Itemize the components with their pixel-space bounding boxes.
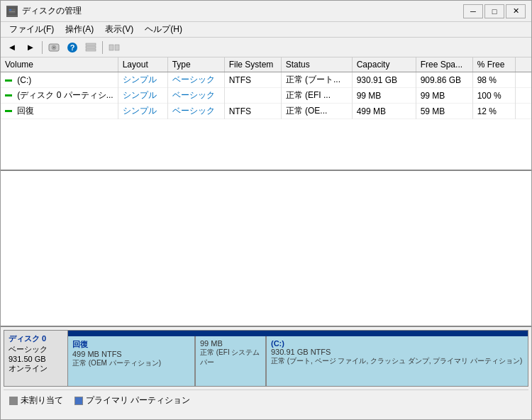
col-freespace[interactable]: Free Spa... <box>416 57 472 72</box>
svg-rect-10 <box>86 49 96 51</box>
svg-rect-12 <box>115 45 119 50</box>
window: ディスクの管理 ─ □ ✕ ファイル(F) 操作(A) 表示(V) ヘルプ(H)… <box>0 0 532 420</box>
cell-layout-1: シンプル <box>118 88 167 104</box>
cell-fs-2: NTFS <box>224 104 281 119</box>
disk-partitions: 回復 499 MB NTFS 正常 (OEM パーティション) 99 MB 正常… <box>68 331 528 386</box>
disk-table: Volume Layout Type File System Status Ca… <box>1 57 531 119</box>
cell-type-1: ベーシック <box>167 88 224 104</box>
legend-area: 未割り当て プライマリ パーティション <box>4 389 528 411</box>
disk-label-0: ディスク 0 ベーシック 931.50 GB オンライン <box>4 331 68 386</box>
close-button[interactable]: ✕ <box>506 4 526 18</box>
cell-capacity-1: 99 MB <box>352 88 416 104</box>
cell-status-2: 正常 (OE... <box>281 104 352 119</box>
cell-pct-0: 98 % <box>472 72 515 88</box>
svg-text:?: ? <box>70 43 75 52</box>
cell-layout-2: シンプル <box>118 104 167 119</box>
legend-primary: プライマリ パーティション <box>74 394 190 407</box>
col-capacity[interactable]: Capacity <box>352 57 416 72</box>
cell-type-2: ベーシック <box>167 104 224 119</box>
disk-map-area: ディスク 0 ベーシック 931.50 GB オンライン 回復 499 MB N… <box>1 327 531 419</box>
svg-point-5 <box>53 47 55 48</box>
svg-rect-2 <box>9 11 15 12</box>
partition-recovery-name: 回復 <box>72 339 190 350</box>
toolbar-list-button[interactable] <box>82 40 99 55</box>
partition-c-status: 正常 (ブート, ページ ファイル, クラッシュ ダンプ, プライマリ パーティ… <box>271 356 523 366</box>
vol-indicator-2 <box>5 110 12 112</box>
cell-fs-1 <box>224 88 281 104</box>
cell-status-0: 正常 (ブート... <box>281 72 352 88</box>
partition-c-size: 930.91 GB NTFS <box>271 348 523 356</box>
cell-free-1: 99 MB <box>416 88 472 104</box>
partition-recovery-size: 499 MB NTFS <box>72 350 190 358</box>
disk-row-0: ディスク 0 ベーシック 931.50 GB オンライン 回復 499 MB N… <box>4 330 528 387</box>
partition-efi-size: 99 MB <box>200 339 261 348</box>
title-bar: ディスクの管理 ─ □ ✕ <box>1 1 531 22</box>
col-layout[interactable]: Layout <box>118 57 167 72</box>
legend-unallocated: 未割り当て <box>9 394 63 407</box>
cell-pct-1: 100 % <box>472 88 515 104</box>
col-volume[interactable]: Volume <box>1 57 118 72</box>
cell-type-0: ベーシック <box>167 72 224 88</box>
legend-primary-label: プライマリ パーティション <box>86 394 190 407</box>
disk-bar-top <box>68 331 528 336</box>
cell-capacity-2: 499 MB <box>352 104 416 119</box>
table-area: Volume Layout Type File System Status Ca… <box>1 57 531 171</box>
toolbar-separator-2 <box>102 41 103 54</box>
col-filesystem[interactable]: File System <box>224 57 281 72</box>
toolbar-forward-button[interactable]: ► <box>22 40 39 55</box>
disk-label-type: ベーシック <box>9 344 63 355</box>
main-content: Volume Layout Type File System Status Ca… <box>1 57 531 419</box>
partition-efi-status: 正常 (EFI システム パー <box>200 348 261 368</box>
table-row[interactable]: 回復 シンプル ベーシック NTFS 正常 (OE... 499 MB 59 M… <box>1 104 531 119</box>
toolbar-extra-button[interactable] <box>106 40 123 55</box>
cell-volume-1: (ディスク 0 パーティシ... <box>1 88 118 104</box>
cell-capacity-0: 930.91 GB <box>352 72 416 88</box>
cell-volume-2: 回復 <box>1 104 118 119</box>
cell-fs-0: NTFS <box>224 72 281 88</box>
cell-layout-0: シンプル <box>118 72 167 88</box>
disk-partitions-row: 回復 499 MB NTFS 正常 (OEM パーティション) 99 MB 正常… <box>68 336 528 386</box>
partition-recovery[interactable]: 回復 499 MB NTFS 正常 (OEM パーティション) <box>68 336 196 386</box>
legend-unallocated-label: 未割り当て <box>21 394 63 407</box>
svg-rect-9 <box>86 46 96 48</box>
toolbar: ◄ ► ? <box>1 38 531 57</box>
title-text: ディスクの管理 <box>22 5 463 17</box>
cell-volume-0: (C:) <box>1 72 118 88</box>
svg-rect-8 <box>86 43 96 45</box>
toolbar-back-button[interactable]: ◄ <box>4 40 21 55</box>
svg-rect-1 <box>9 9 11 11</box>
col-percentfree[interactable]: % Free <box>472 57 515 72</box>
toolbar-help-button[interactable]: ? <box>64 40 81 55</box>
table-row[interactable]: (ディスク 0 パーティシ... シンプル ベーシック 正常 (EFI ... … <box>1 88 531 104</box>
cell-pct-2: 12 % <box>472 104 515 119</box>
legend-unallocated-box <box>9 397 18 405</box>
cell-free-2: 59 MB <box>416 104 472 119</box>
partition-c[interactable]: (C:) 930.91 GB NTFS 正常 (ブート, ページ ファイル, ク… <box>267 336 528 386</box>
toolbar-separator-1 <box>42 41 43 54</box>
cell-status-1: 正常 (EFI ... <box>281 88 352 104</box>
menu-file[interactable]: ファイル(F) <box>4 22 60 37</box>
svg-rect-11 <box>109 45 113 50</box>
col-status[interactable]: Status <box>281 57 352 72</box>
cell-free-0: 909.86 GB <box>416 72 472 88</box>
menu-help[interactable]: ヘルプ(H) <box>139 22 188 37</box>
col-extra <box>515 57 531 72</box>
col-type[interactable]: Type <box>167 57 224 72</box>
partition-efi[interactable]: 99 MB 正常 (EFI システム パー <box>196 336 267 386</box>
window-icon <box>6 6 18 17</box>
vol-indicator-0 <box>5 79 12 82</box>
disk-label-title: ディスク 0 <box>9 333 63 344</box>
menu-action[interactable]: 操作(A) <box>60 22 99 37</box>
minimize-button[interactable]: ─ <box>463 4 483 18</box>
svg-rect-0 <box>8 8 16 14</box>
menu-bar: ファイル(F) 操作(A) 表示(V) ヘルプ(H) <box>1 22 531 38</box>
disk-label-size: 931.50 GB <box>9 355 63 363</box>
vol-indicator-1 <box>5 94 12 96</box>
partition-recovery-status: 正常 (OEM パーティション) <box>72 358 190 368</box>
toolbar-disk-button[interactable] <box>45 40 62 55</box>
maximize-button[interactable]: □ <box>484 4 504 18</box>
table-row[interactable]: (C:) シンプル ベーシック NTFS 正常 (ブート... 930.91 G… <box>1 72 531 88</box>
disk-label-status: オンライン <box>9 363 63 374</box>
partition-c-name: (C:) <box>271 339 523 348</box>
menu-view[interactable]: 表示(V) <box>99 22 139 37</box>
